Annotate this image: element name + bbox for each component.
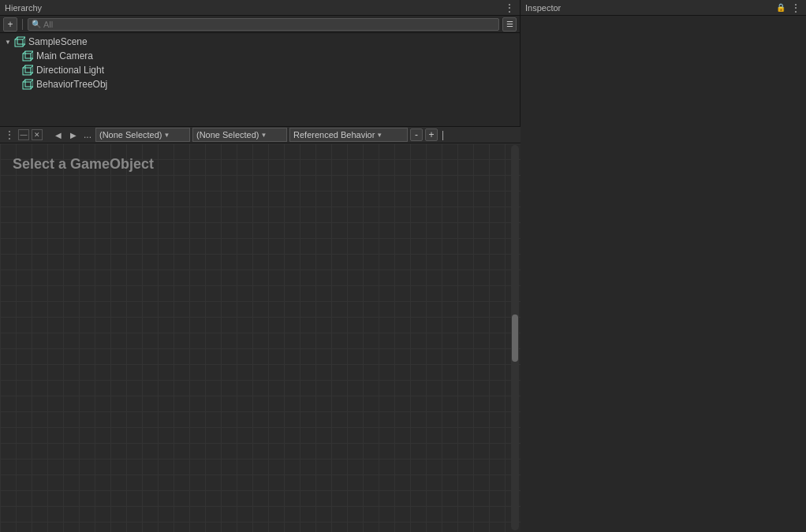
svg-rect-10 (23, 68, 31, 75)
hierarchy-title: Hierarchy (5, 3, 42, 13)
hierarchy-toolbar: + 🔍 ☰ (0, 16, 520, 33)
search-input[interactable] (43, 20, 495, 29)
behavior-tree-content[interactable]: Select a GameObject (0, 143, 521, 532)
behavior-tree-close-button[interactable]: ✕ (32, 129, 43, 140)
filter-button[interactable]: ☰ (502, 17, 517, 32)
inspector-header-menu: 🔒 ⋮ (774, 2, 801, 14)
hierarchy-panel: Hierarchy ⋮ + 🔍 ☰ ▼ (0, 0, 521, 126)
hierarchy-item-main-camera[interactable]: Main Camera (0, 49, 520, 63)
minus-button[interactable]: - (410, 128, 423, 141)
scrollbar-thumb[interactable] (512, 314, 518, 362)
inspector-dots-icon[interactable]: ⋮ (790, 2, 801, 14)
hierarchy-header-menu: ⋮ (504, 2, 515, 14)
select-gameobject-prompt: Select a GameObject (13, 156, 154, 173)
behavior-tree-dots-btn[interactable]: ⋮ (3, 129, 16, 140)
inspector-header: Inspector 🔒 ⋮ (521, 0, 806, 16)
behavior-tree-obj-label: BehaviorTreeObj (36, 79, 107, 90)
referenced-behavior-label: Referenced Behavior (293, 130, 375, 140)
scroll-indicator: | (442, 129, 444, 140)
dropdown1-arrow-icon: ▼ (164, 132, 170, 139)
behavior-tree-minimize-button[interactable]: — (18, 129, 29, 140)
directional-light-label: Directional Light (36, 65, 104, 76)
vertical-scrollbar[interactable] (511, 145, 519, 530)
hierarchy-dots-icon[interactable]: ⋮ (504, 2, 515, 14)
grid-background (0, 143, 521, 532)
inspector-lock-icon[interactable]: 🔒 (774, 2, 787, 14)
nav-forward-button[interactable]: ▶ (67, 128, 80, 141)
toolbar-divider (22, 19, 23, 30)
svg-rect-15 (23, 82, 31, 89)
hierarchy-item-behavior-tree-obj[interactable]: BehaviorTreeObj (0, 77, 520, 91)
ellipsis-button[interactable]: ... (82, 129, 93, 140)
nav-back-button[interactable]: ◀ (52, 128, 65, 141)
dropdown2-arrow-icon: ▼ (261, 132, 267, 139)
right-inspector-area (521, 126, 806, 532)
search-icon: 🔍 (32, 20, 41, 28)
svg-rect-5 (23, 54, 31, 61)
behavior-tree-toolbar: ⋮ — ✕ ◀ ▶ ... (None Selected) ▼ (None Se… (0, 126, 521, 143)
inspector-title: Inspector (525, 3, 561, 13)
none-selected-dropdown-1[interactable]: (None Selected) ▼ (95, 128, 190, 142)
inspector-panel: Inspector 🔒 ⋮ (521, 0, 806, 126)
hierarchy-add-button[interactable]: + (3, 17, 17, 32)
scene-root-row[interactable]: ▼ SampleScene (0, 35, 520, 49)
behavior-tree-obj-icon (22, 79, 33, 90)
dropdown1-label: (None Selected) (99, 130, 162, 140)
behavior-tree-panel: ⋮ — ✕ ◀ ▶ ... (None Selected) ▼ (None Se… (0, 126, 521, 532)
expand-triangle: ▼ (3, 37, 13, 47)
referenced-behavior-dropdown[interactable]: Referenced Behavior ▼ (289, 128, 408, 142)
hierarchy-header: Hierarchy ⋮ (0, 0, 520, 16)
main-camera-label: Main Camera (36, 50, 93, 61)
hierarchy-content: ▼ SampleScene (0, 33, 520, 126)
plus-button[interactable]: + (425, 128, 438, 141)
search-box: 🔍 (28, 18, 499, 31)
scene-name: SampleScene (28, 36, 88, 47)
ref-behavior-arrow-icon: ▼ (376, 132, 382, 139)
hierarchy-item-directional-light[interactable]: Directional Light (0, 63, 520, 77)
none-selected-dropdown-2[interactable]: (None Selected) ▼ (192, 128, 287, 142)
directional-light-icon (22, 65, 33, 76)
dropdown2-label: (None Selected) (196, 130, 259, 140)
main-camera-icon (22, 50, 33, 61)
scene-icon (14, 36, 25, 47)
svg-rect-0 (15, 39, 23, 47)
